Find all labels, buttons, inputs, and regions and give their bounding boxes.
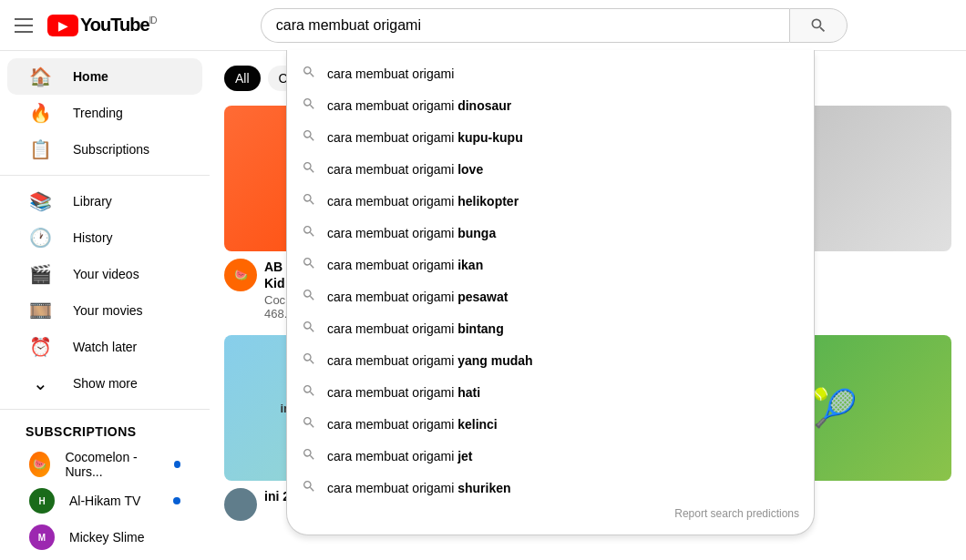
search-suggestion-icon (302, 288, 316, 305)
autocomplete-suffix: bunga (457, 226, 496, 240)
autocomplete-list: cara membuat origami cara membuat origam… (287, 57, 814, 504)
autocomplete-suffix: yang mudah (457, 353, 532, 368)
autocomplete-text: cara membuat origami jet (327, 449, 473, 463)
sidebar-divider-1 (0, 175, 210, 176)
autocomplete-suffix: bintang (457, 321, 504, 336)
sidebar-item-library[interactable]: 📚 Library (7, 183, 202, 219)
sidebar-item-subscriptions[interactable]: 📋 Subscriptions (7, 131, 202, 168)
search-input[interactable] (261, 8, 789, 43)
sidebar-item-your-videos[interactable]: 🎬 Your videos (7, 256, 202, 292)
autocomplete-item[interactable]: cara membuat origami kupu-kupu (287, 121, 814, 153)
alhikam-dot (173, 497, 180, 504)
search-suggestion-icon (302, 192, 316, 209)
search-suggestion-icon (302, 128, 316, 146)
sidebar-label-subscriptions: Subscriptions (73, 142, 149, 157)
autocomplete-item[interactable]: cara membuat origami pesawat (287, 280, 814, 312)
autocomplete-prefix: cara membuat origami (327, 353, 454, 368)
autocomplete-item[interactable]: cara membuat origami shuriken (287, 472, 814, 504)
your-videos-icon: 🎬 (29, 263, 51, 285)
youtube-logo[interactable]: YouTubeID (47, 15, 157, 36)
autocomplete-text: cara membuat origami kupu-kupu (327, 130, 523, 145)
library-icon: 📚 (29, 190, 51, 212)
autocomplete-item[interactable]: cara membuat origami yang mudah (287, 344, 814, 376)
search-suggestion-icon (302, 97, 316, 114)
sidebar-label-your-movies: Your movies (73, 303, 143, 318)
sidebar-item-alhikam[interactable]: H Al-Hikam TV (7, 483, 202, 519)
autocomplete-item[interactable]: cara membuat origami dinosaur (287, 89, 814, 121)
subscriptions-section-label: SUBSCRIPTIONS (0, 417, 210, 446)
autocomplete-suffix: kelinci (457, 417, 498, 432)
show-more-icon: ⌄ (29, 372, 51, 394)
sidebar-label-show-more: Show more (73, 376, 138, 391)
avatar-4 (224, 488, 257, 521)
autocomplete-item[interactable]: cara membuat origami jet (287, 440, 814, 472)
yt-logo-icon (47, 15, 78, 36)
autocomplete-text: cara membuat origami helikopter (327, 194, 519, 209)
autocomplete-text: cara membuat origami (327, 66, 454, 81)
autocomplete-text: cara membuat origami kelinci (327, 417, 498, 432)
sidebar-item-watch-later[interactable]: ⏰ Watch later (7, 329, 202, 365)
sidebar-label-trending: Trending (73, 106, 123, 120)
autocomplete-item[interactable]: cara membuat origami ikan (287, 249, 814, 280)
sport-content: 🎾 (812, 387, 858, 430)
autocomplete-text: cara membuat origami love (327, 162, 483, 177)
search-button[interactable] (789, 8, 848, 43)
search-suggestion-icon (302, 447, 316, 464)
autocomplete-suffix: pesawat (457, 290, 508, 304)
menu-icon[interactable] (15, 18, 33, 33)
chip-all[interactable]: All (224, 66, 261, 91)
sidebar-item-history[interactable]: 🕐 History (7, 219, 202, 256)
autocomplete-text: cara membuat origami shuriken (327, 481, 511, 495)
sidebar-item-cocomelon[interactable]: 🍉 Cocomelon - Nurs... (7, 446, 202, 483)
autocomplete-item[interactable]: cara membuat origami kelinci (287, 408, 814, 440)
autocomplete-prefix: cara membuat origami (327, 194, 454, 209)
search-suggestion-icon (302, 383, 316, 401)
autocomplete-prefix: cara membuat origami (327, 481, 454, 495)
autocomplete-prefix: cara membuat origami (327, 66, 454, 81)
autocomplete-prefix: cara membuat origami (327, 98, 454, 113)
autocomplete-suffix: hati (457, 385, 480, 400)
autocomplete-text: cara membuat origami yang mudah (327, 353, 533, 368)
search-suggestion-icon (302, 320, 316, 337)
autocomplete-prefix: cara membuat origami (327, 258, 454, 272)
autocomplete-text: cara membuat origami bintang (327, 321, 504, 336)
autocomplete-text: cara membuat origami bunga (327, 226, 496, 240)
autocomplete-item[interactable]: cara membuat origami (287, 57, 814, 89)
header: YouTubeID (0, 0, 966, 51)
sidebar-item-your-movies[interactable]: 🎞️ Your movies (7, 292, 202, 329)
search-bar (261, 8, 848, 43)
autocomplete-suffix: shuriken (457, 481, 510, 495)
search-suggestion-icon (302, 65, 316, 82)
autocomplete-suffix: helikopter (457, 194, 519, 209)
autocomplete-item[interactable]: cara membuat origami helikopter (287, 185, 814, 217)
sidebar-label-library: Library (73, 194, 112, 209)
sidebar-item-show-more[interactable]: ⌄ Show more (7, 365, 202, 402)
sidebar-item-mickey-slime[interactable]: M Mickey Slime (7, 519, 202, 555)
autocomplete-text: cara membuat origami pesawat (327, 290, 508, 304)
search-suggestion-icon (302, 256, 316, 273)
search-icon (809, 16, 827, 35)
cocomelon-name: Cocomelon - Nurs... (65, 450, 159, 479)
your-movies-icon: 🎞️ (29, 300, 51, 321)
alhikam-name: Al-Hikam TV (69, 494, 140, 508)
autocomplete-prefix: cara membuat origami (327, 385, 454, 400)
trending-icon: 🔥 (29, 102, 51, 124)
autocomplete-item[interactable]: cara membuat origami bintang (287, 312, 814, 344)
sidebar-item-trending[interactable]: 🔥 Trending (7, 95, 202, 131)
autocomplete-item[interactable]: cara membuat origami bunga (287, 217, 814, 249)
report-predictions[interactable]: Report search predictions (287, 504, 814, 527)
search-suggestion-icon (302, 351, 316, 369)
autocomplete-prefix: cara membuat origami (327, 449, 454, 463)
sidebar-label-history: History (73, 230, 113, 245)
autocomplete-prefix: cara membuat origami (327, 417, 454, 432)
search-suggestion-icon (302, 224, 316, 241)
autocomplete-item[interactable]: cara membuat origami hati (287, 376, 814, 408)
header-left: YouTubeID (15, 15, 157, 36)
sidebar-label-your-videos: Your videos (73, 267, 139, 281)
sidebar-item-home[interactable]: 🏠 Home (7, 58, 202, 95)
autocomplete-suffix: ikan (457, 258, 483, 272)
history-icon: 🕐 (29, 227, 51, 249)
autocomplete-item[interactable]: cara membuat origami love (287, 153, 814, 185)
search-suggestion-icon (302, 415, 316, 433)
yt-logo-text: YouTubeID (80, 15, 157, 36)
